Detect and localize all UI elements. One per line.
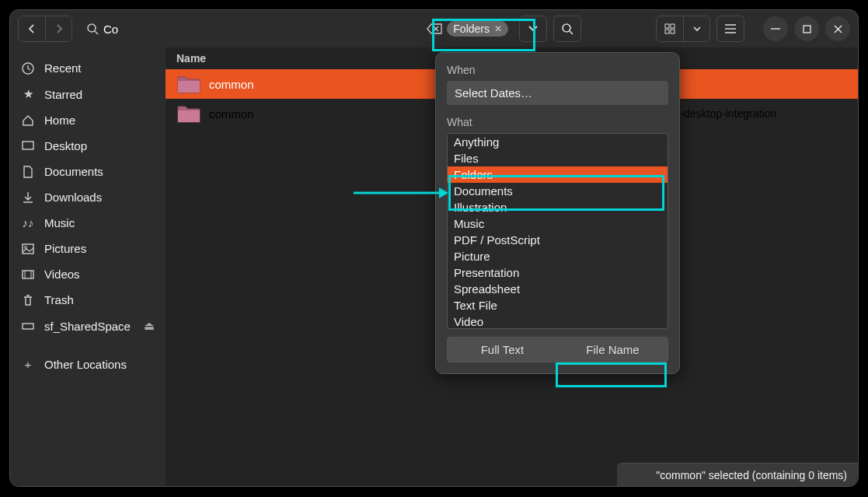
close-icon[interactable]: ✕ <box>494 23 502 34</box>
svg-rect-26 <box>178 110 200 122</box>
sidebar-item-label: Music <box>44 216 75 229</box>
eject-icon[interactable]: ⏏ <box>144 319 155 333</box>
sidebar-item-label: Pictures <box>44 242 86 255</box>
sidebar-item-label: Home <box>44 114 75 127</box>
filter-dropdown-button[interactable] <box>519 16 547 42</box>
desktop-icon <box>21 141 35 152</box>
what-list-item[interactable]: Anything <box>448 134 668 150</box>
svg-rect-24 <box>23 324 33 329</box>
search-field[interactable]: Co <box>78 16 416 42</box>
sidebar-item-other-locations[interactable]: +Other Locations <box>10 352 166 377</box>
what-list-item[interactable]: Spreadsheet <box>448 281 668 297</box>
svg-point-0 <box>88 24 96 32</box>
sidebar-item-home[interactable]: Home <box>10 107 166 133</box>
sidebar-item-label: Downloads <box>44 191 102 204</box>
when-select[interactable]: Select Dates… <box>447 81 668 105</box>
forward-button[interactable] <box>45 16 71 41</box>
filter-chip-label: Folders <box>453 23 490 35</box>
sidebar-item-pictures[interactable]: Pictures <box>10 236 166 261</box>
search-filter-popover: When Select Dates… What AnythingFilesFol… <box>435 52 680 374</box>
what-list-item[interactable]: Presentation <box>448 264 668 281</box>
what-label: What <box>447 116 668 128</box>
back-button[interactable] <box>19 16 45 41</box>
sidebar-item-videos[interactable]: Videos <box>10 261 166 287</box>
when-label: When <box>447 64 668 76</box>
view-dropdown-button[interactable] <box>683 16 709 41</box>
home-icon <box>21 114 35 127</box>
search-icon <box>86 23 99 35</box>
close-button[interactable] <box>825 16 850 41</box>
what-list-item[interactable]: PDF / PostScript <box>448 232 668 248</box>
search-button[interactable] <box>553 16 581 42</box>
star-icon: ★ <box>21 87 35 101</box>
filter-well: Folders ✕ <box>422 19 513 39</box>
sidebar-item-music[interactable]: ♪♪Music <box>10 210 166 236</box>
sidebar: Recent ★Starred Home Desktop Documents D… <box>10 47 166 486</box>
minimize-button[interactable] <box>763 16 788 41</box>
svg-point-4 <box>563 24 570 32</box>
download-icon <box>21 191 35 204</box>
folder-icon <box>176 74 201 94</box>
full-text-button[interactable]: Full Text <box>448 338 557 362</box>
what-list-item[interactable]: Documents <box>448 183 668 199</box>
what-list[interactable]: AnythingFilesFoldersDocumentsIllustratio… <box>447 133 668 329</box>
trash-icon <box>21 294 35 306</box>
what-list-item[interactable]: Files <box>448 150 668 166</box>
svg-rect-21 <box>23 271 33 278</box>
svg-rect-9 <box>671 30 675 33</box>
nav-buttons <box>18 16 72 42</box>
sidebar-item-trash[interactable]: Trash <box>10 287 166 313</box>
filter-chip[interactable]: Folders ✕ <box>447 21 508 37</box>
sidebar-item-label: Trash <box>44 293 74 306</box>
svg-rect-25 <box>178 81 200 93</box>
sidebar-item-desktop[interactable]: Desktop <box>10 133 166 159</box>
svg-rect-8 <box>665 30 669 33</box>
sidebar-item-label: Recent <box>44 61 82 75</box>
what-list-item[interactable]: Music <box>448 215 668 232</box>
what-list-item[interactable]: Text File <box>448 297 668 313</box>
sidebar-item-label: Other Locations <box>44 358 127 371</box>
body-area: Recent ★Starred Home Desktop Documents D… <box>10 47 858 486</box>
sidebar-item-documents[interactable]: Documents <box>10 159 166 184</box>
music-icon: ♪♪ <box>21 216 35 229</box>
sidebar-item-label: Desktop <box>44 139 87 152</box>
what-list-item[interactable]: Folders <box>448 166 668 183</box>
sidebar-item-recent[interactable]: Recent <box>10 55 166 81</box>
svg-rect-14 <box>804 26 810 33</box>
what-list-item[interactable]: Video <box>448 313 668 329</box>
sidebar-item-label: Documents <box>44 165 103 178</box>
status-bar: "common" selected (containing 0 items) <box>617 463 858 486</box>
sidebar-item-label: Videos <box>44 268 80 281</box>
plus-icon: + <box>21 358 35 371</box>
file-name-button[interactable]: File Name <box>557 338 668 362</box>
sidebar-item-label: sf_SharedSpace <box>44 320 131 333</box>
grid-view-button[interactable] <box>657 16 683 41</box>
svg-rect-7 <box>671 24 675 28</box>
sidebar-item-downloads[interactable]: Downloads <box>10 184 166 210</box>
svg-rect-18 <box>23 142 33 149</box>
clock-icon <box>21 62 35 75</box>
what-list-item[interactable]: Illustration <box>448 199 668 215</box>
view-mode-buttons <box>656 16 710 42</box>
search-mode-segment: Full Text File Name <box>447 337 668 362</box>
picture-icon <box>21 243 35 254</box>
folder-icon <box>176 103 201 124</box>
sidebar-item-shared[interactable]: sf_SharedSpace⏏ <box>10 313 166 339</box>
sidebar-item-starred[interactable]: ★Starred <box>10 81 166 107</box>
what-list-item[interactable]: Picture <box>448 248 668 264</box>
svg-line-5 <box>570 31 573 34</box>
toolbar: Co Folders ✕ <box>10 10 858 47</box>
drive-icon <box>21 321 35 331</box>
file-manager-window: Co Folders ✕ Recent ★Starred Home Deskto… <box>9 9 859 487</box>
svg-line-1 <box>95 31 98 34</box>
status-text: "common" selected (containing 0 items) <box>656 469 847 481</box>
sidebar-item-label: Starred <box>44 88 82 101</box>
search-input-value: Co <box>103 23 118 36</box>
svg-point-20 <box>25 246 27 248</box>
maximize-button[interactable] <box>794 16 819 41</box>
svg-rect-6 <box>665 24 669 28</box>
backspace-icon[interactable] <box>427 23 442 34</box>
hamburger-menu-button[interactable] <box>716 16 744 42</box>
doc-icon <box>21 166 35 178</box>
video-icon <box>21 270 35 279</box>
